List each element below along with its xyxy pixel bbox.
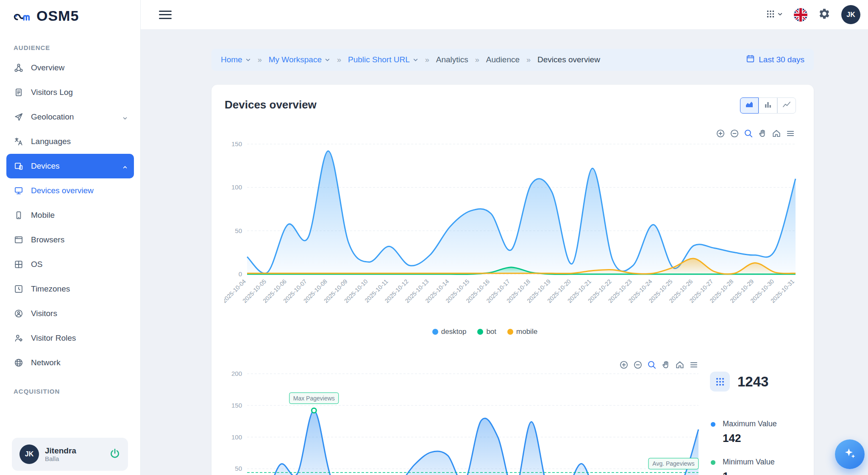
svg-text:Max Pageviews: Max Pageviews	[293, 395, 335, 402]
sidebar-item-browsers[interactable]: Browsers	[6, 228, 134, 252]
devices-overview-card: Devices overview	[211, 85, 814, 475]
breadcrumb: Home » My Workspace » Public Short URL »…	[211, 49, 814, 71]
globe-icon	[14, 358, 24, 368]
bar-chart-toggle[interactable]	[759, 97, 777, 114]
breadcrumb-separator: »	[526, 56, 531, 64]
breadcrumb-current: Devices overview	[537, 55, 600, 64]
svg-text:0: 0	[239, 270, 242, 278]
sidebar-item-timezones[interactable]: Timezones	[6, 277, 134, 301]
green-dot-icon	[711, 460, 715, 465]
translate-icon	[14, 136, 24, 147]
sidebar-item-label: Languages	[31, 137, 71, 146]
sidebar-item-label: Timezones	[31, 284, 70, 294]
sidebar-item-label: Visitor Roles	[31, 333, 76, 343]
brand-logo-icon	[13, 6, 33, 26]
total-pageviews-value: 1243	[737, 374, 768, 390]
chart-legend: desktopbotmobile	[211, 328, 758, 336]
svg-text:100: 100	[231, 433, 242, 441]
gear-icon[interactable]	[818, 8, 830, 22]
sidebar-item-overview[interactable]: Overview	[6, 56, 134, 80]
sidebar-toggle-button[interactable]	[159, 8, 172, 21]
chevron-down-icon	[122, 114, 128, 120]
legend-item-mobile[interactable]: mobile	[507, 328, 537, 336]
avatar: JK	[19, 444, 39, 464]
line-chart-toggle[interactable]	[777, 97, 796, 114]
legend-item-bot[interactable]: bot	[477, 328, 496, 336]
date-range-picker[interactable]: Last 30 days	[746, 54, 804, 65]
sidebar: OSM5 AUDIENCE Overview Visitors Log Geol…	[0, 0, 141, 475]
pageviews-stats: 1243 Maximum Value 142 Minimum Value 1	[710, 372, 814, 392]
sidebar-item-label: Devices overview	[31, 186, 94, 195]
sidebar-item-label: Visitors	[31, 309, 57, 318]
sidebar-item-visitor-roles[interactable]: Visitor Roles	[6, 326, 134, 350]
chevron-up-icon	[122, 163, 128, 169]
breadcrumb-separator: »	[337, 56, 341, 64]
sidebar-item-languages[interactable]: Languages	[6, 129, 134, 154]
sidebar-item-label: OS	[31, 260, 42, 269]
page-title: Devices overview	[225, 98, 317, 111]
breadcrumb-separator: »	[475, 56, 479, 64]
user-circle-icon	[14, 308, 24, 319]
ai-assistant-button[interactable]	[835, 439, 865, 469]
sidebar-item-label: Devices	[31, 161, 60, 171]
sidebar-item-visitors-log[interactable]: Visitors Log	[6, 80, 134, 105]
chart-type-toggle-group	[740, 97, 796, 114]
grid-dots-icon	[710, 372, 730, 392]
sidebar-item-os[interactable]: OS	[6, 252, 134, 277]
breadcrumb-short-url[interactable]: Public Short URL	[348, 55, 418, 64]
sidebar-item-mobile[interactable]: Mobile	[6, 203, 134, 228]
section-acquisition: ACQUISITION	[14, 388, 140, 395]
user-card[interactable]: JK Jitendra Balla	[12, 438, 128, 471]
sidebar-item-label: Browsers	[31, 235, 64, 244]
power-icon[interactable]	[109, 448, 120, 461]
calendar-icon	[746, 54, 755, 65]
sidebar-item-visitors[interactable]: Visitors	[6, 301, 134, 326]
minimum-value-stat: Minimum Value 1	[710, 458, 775, 475]
brand-name: OSM5	[36, 8, 79, 24]
breadcrumb-workspace[interactable]: My Workspace	[269, 55, 330, 64]
svg-text:50: 50	[235, 227, 242, 234]
sidebar-item-geolocation[interactable]: Geolocation	[6, 105, 134, 129]
phone-icon	[14, 210, 24, 220]
breadcrumb-separator: »	[425, 56, 429, 64]
file-icon	[14, 87, 24, 97]
breadcrumb-audience[interactable]: Audience	[486, 55, 520, 64]
sidebar-item-devices-overview[interactable]: Devices overview	[6, 178, 134, 203]
sidebar-nav: Overview Visitors Log Geolocation Langua…	[0, 56, 140, 375]
sparkle-icon	[843, 446, 857, 462]
user-name: Jitendra	[45, 446, 103, 456]
bar-chart-icon	[763, 100, 773, 111]
devices-icon	[14, 161, 24, 171]
user-surname: Balla	[45, 455, 103, 462]
monitor-icon	[14, 186, 24, 196]
area-chart-toggle[interactable]	[740, 97, 759, 114]
breadcrumb-home[interactable]: Home	[221, 55, 251, 64]
devices-area-chart[interactable]: 0501001502025-10-042025-10-052025-10-062…	[224, 136, 813, 335]
sidebar-item-devices[interactable]: Devices	[6, 154, 134, 178]
uk-flag-icon[interactable]	[794, 8, 807, 22]
apps-grid-icon	[766, 9, 775, 20]
svg-text:100: 100	[231, 183, 242, 191]
brand-logo[interactable]: OSM5	[0, 0, 140, 31]
breadcrumb-analytics[interactable]: Analytics	[436, 55, 468, 64]
chevron-down-icon	[777, 11, 783, 19]
legend-dot-icon	[477, 329, 483, 335]
browser-icon	[14, 235, 24, 245]
breadcrumb-separator: »	[258, 56, 262, 64]
sidebar-item-label: Overview	[31, 63, 64, 72]
apps-menu-button[interactable]	[766, 9, 783, 20]
svg-text:Avg. Pageviews: Avg. Pageviews	[652, 460, 694, 467]
sidebar-item-label: Mobile	[31, 211, 55, 220]
sidebar-item-network[interactable]: Network	[6, 350, 134, 375]
svg-text:150: 150	[231, 140, 242, 147]
maximum-value-stat: Maximum Value 142	[710, 419, 777, 445]
topbar: JK	[141, 0, 868, 29]
pageviews-area-chart[interactable]: 501001502002025-10-042025-10-052025-10-0…	[224, 368, 716, 475]
section-audience: AUDIENCE	[14, 44, 140, 51]
send-icon	[14, 112, 24, 122]
user-gear-icon	[14, 333, 24, 343]
sidebar-item-label: Network	[31, 358, 61, 367]
avatar[interactable]: JK	[841, 5, 860, 24]
legend-item-desktop[interactable]: desktop	[432, 328, 467, 336]
sidebar-item-label: Visitors Log	[31, 88, 73, 97]
